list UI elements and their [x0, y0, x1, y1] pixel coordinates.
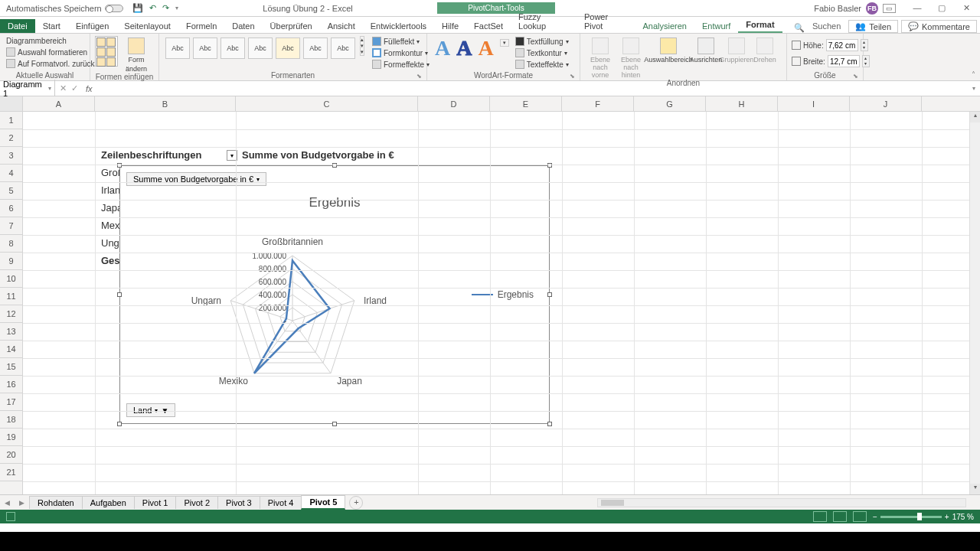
fx-icon[interactable]: fx [83, 84, 96, 93]
add-sheet-button[interactable]: + [349, 496, 363, 510]
radar-plot[interactable]: GroßbritannienIrlandJapanMexikoUngarn1.0… [166, 221, 419, 405]
dialog-launcher-icon[interactable]: ⬊ [416, 73, 422, 80]
undo-icon[interactable]: ↶ [149, 3, 156, 13]
shape-style-gallery[interactable]: Abc Abc Abc Abc Abc Abc Abc [164, 36, 357, 60]
sheet-tab-pivot1[interactable]: Pivot 1 [134, 496, 177, 509]
tab-entwurf[interactable]: Entwurf [694, 19, 738, 33]
align-button[interactable]: Ausrichten [691, 36, 721, 64]
style-swatch-6[interactable]: Abc [303, 37, 328, 59]
row-header-2[interactable]: 2 [0, 129, 22, 147]
width-input[interactable] [828, 55, 860, 67]
row-header-17[interactable]: 17 [0, 393, 22, 411]
tab-fuzzy[interactable]: Fuzzy Lookup [511, 10, 577, 33]
zoom-level[interactable]: 175 % [952, 513, 974, 521]
row-header-21[interactable]: 21 [0, 464, 22, 481]
cancel-formula-icon[interactable]: ✕ [60, 83, 67, 93]
normal-view-icon[interactable] [813, 511, 827, 522]
dialog-launcher-icon-3[interactable]: ⬊ [853, 73, 858, 80]
chart-value-field-chip[interactable]: Summe von Budgetvorgabe in €▾ [126, 172, 266, 186]
col-header-G[interactable]: G [634, 96, 706, 111]
tab-format[interactable]: Format [738, 18, 782, 33]
row-header-9[interactable]: 9 [0, 253, 22, 270]
col-header-H[interactable]: H [706, 96, 778, 111]
resize-handle[interactable] [117, 422, 122, 426]
zoom-out-icon[interactable]: − [873, 513, 877, 521]
resize-handle[interactable] [117, 292, 122, 297]
format-selection-button[interactable]: Auswahl formatieren [5, 47, 102, 57]
text-effects-button[interactable]: Texteffekte▾ [514, 59, 570, 70]
horizontal-scrollbar[interactable] [597, 498, 966, 507]
tab-factset[interactable]: FactSet [466, 19, 511, 33]
gallery-up-icon[interactable]: ▴ [361, 37, 364, 43]
row-headers[interactable]: 123456789101112131415161718192021 [0, 112, 23, 494]
wordart-style-3[interactable]: A [475, 36, 496, 60]
cell-area[interactable]: Zeilenbeschriftungen ▾ Summe von Budgetv… [23, 112, 980, 494]
rotate-button[interactable]: Drehen [752, 36, 778, 64]
sheet-nav-next-icon[interactable]: ▶ [15, 499, 29, 507]
scroll-down-icon[interactable]: ▾ [970, 484, 980, 494]
chart-element-selector[interactable]: Diagrammbereich▾ [5, 36, 102, 46]
row-header-19[interactable]: 19 [0, 429, 22, 446]
sheet-tab-pivot2[interactable]: Pivot 2 [175, 496, 218, 509]
chart-title[interactable]: Ergebnis [120, 195, 549, 210]
col-header-D[interactable]: D [418, 96, 490, 111]
comments-button[interactable]: 💬Kommentare [901, 20, 977, 33]
row-header-15[interactable]: 15 [0, 358, 22, 376]
pivot-chart[interactable]: Summe von Budgetvorgabe in €▾ Ergebnis G… [119, 165, 550, 424]
row-header-4[interactable]: 4 [0, 165, 22, 182]
col-header-B[interactable]: B [95, 96, 236, 111]
chart-legend[interactable]: Ergebnis [472, 289, 534, 300]
row-header-8[interactable]: 8 [0, 235, 22, 253]
tab-analysieren[interactable]: Analysieren [635, 19, 694, 33]
row-header-20[interactable]: 20 [0, 446, 22, 464]
shape-gallery[interactable] [95, 36, 118, 67]
col-header-F[interactable]: F [562, 96, 634, 111]
style-swatch-4[interactable]: Abc [248, 37, 273, 59]
tab-entwickler[interactable]: Entwicklertools [363, 19, 434, 33]
resize-handle[interactable] [117, 163, 122, 168]
row-header-10[interactable]: 10 [0, 270, 22, 288]
share-button[interactable]: 👥Teilen [848, 20, 898, 33]
sheet-nav-prev-icon[interactable]: ◀ [0, 499, 15, 507]
resize-handle[interactable] [547, 422, 552, 426]
collapse-ribbon-icon[interactable]: ˄ [972, 70, 975, 79]
page-layout-view-icon[interactable] [833, 511, 847, 522]
redo-icon[interactable]: ↷ [162, 3, 169, 13]
group-button[interactable]: Gruppieren [721, 36, 752, 64]
wa-gallery-more-icon[interactable]: ▾ [501, 40, 508, 46]
name-box[interactable]: Diagramm 1▾ [0, 80, 55, 98]
tab-datei[interactable]: Datei [0, 19, 35, 33]
namebox-dropdown-icon[interactable]: ▾ [48, 85, 51, 92]
row-header-11[interactable]: 11 [0, 288, 22, 305]
page-break-view-icon[interactable] [853, 511, 867, 522]
gallery-down-icon[interactable]: ▾ [361, 43, 364, 49]
scroll-up-icon[interactable]: ▴ [970, 112, 980, 122]
wordart-style-1[interactable]: A [432, 36, 453, 60]
search-label[interactable]: Suchen [805, 19, 848, 33]
col-header-A[interactable]: A [23, 96, 95, 111]
style-swatch-2[interactable]: Abc [193, 37, 217, 59]
expand-formula-icon[interactable]: ▾ [968, 85, 980, 92]
save-icon[interactable]: 💾 [132, 3, 143, 13]
sheet-tab-rohdaten[interactable]: Rohdaten [29, 496, 83, 509]
resize-handle[interactable] [547, 163, 552, 168]
tab-hilfe[interactable]: Hilfe [434, 19, 466, 33]
tab-ueberpruefen[interactable]: Überprüfen [263, 19, 320, 33]
tab-seitenlayout[interactable]: Seitenlayout [116, 19, 178, 33]
autosave-toggle[interactable] [105, 5, 123, 12]
bring-forward-button[interactable]: Ebene nach vorne [585, 36, 616, 79]
shape-fill-button[interactable]: Fülleffekt▾ [371, 36, 431, 47]
chart-axis-field-chip[interactable]: Land▾▼ [126, 403, 175, 417]
select-all-corner[interactable] [0, 96, 23, 111]
height-input[interactable] [826, 39, 858, 51]
col-header-J[interactable]: J [850, 96, 922, 111]
tab-einfuegen[interactable]: Einfügen [68, 19, 116, 33]
col-header-I[interactable]: I [778, 96, 850, 111]
shape-effects-button[interactable]: Formeffekte▾ [371, 59, 431, 70]
gallery-more-icon[interactable]: ▾ [361, 49, 364, 55]
row-header-18[interactable]: 18 [0, 411, 22, 429]
maximize-button[interactable]: ▢ [931, 3, 952, 13]
wordart-style-2[interactable]: A [453, 36, 475, 60]
row-header-1[interactable]: 1 [0, 112, 22, 129]
row-header-5[interactable]: 5 [0, 182, 22, 200]
